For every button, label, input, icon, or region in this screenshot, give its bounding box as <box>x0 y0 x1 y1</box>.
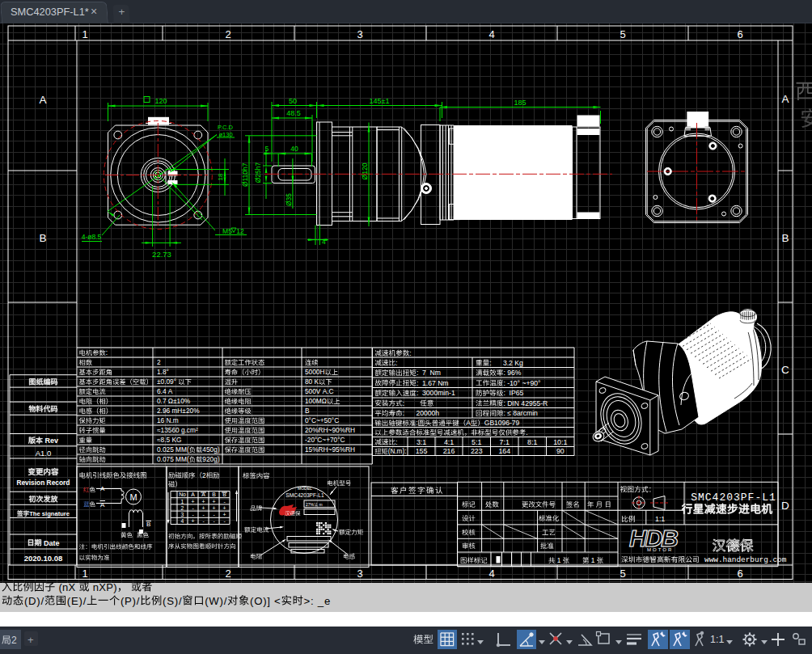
svg-text:50: 50 <box>289 97 297 105</box>
svg-text:4: 4 <box>322 238 326 246</box>
svg-text:1.8°: 1.8° <box>157 368 169 376</box>
svg-text:4: 4 <box>488 28 494 40</box>
svg-text:Revision Record: Revision Record <box>16 479 70 487</box>
svg-text:(nX: (nX <box>56 581 79 593</box>
svg-text:5: 5 <box>620 28 625 40</box>
svg-text:4-ø8.5: 4-ø8.5 <box>82 233 102 241</box>
svg-text:1:1: 1:1 <box>710 634 724 645</box>
svg-text:48.5: 48.5 <box>286 109 301 117</box>
svg-text:MODEL: MODEL <box>298 486 312 491</box>
svg-text:+: + <box>223 505 226 511</box>
svg-text:27%: 27% <box>306 502 315 507</box>
svg-text:ø130: ø130 <box>219 131 233 138</box>
svg-text:+: + <box>213 505 216 511</box>
svg-text:-: - <box>192 505 193 511</box>
svg-text:Rev: Rev <box>43 437 58 445</box>
svg-text::: : <box>409 349 411 357</box>
svg-text:B: B <box>782 232 789 244</box>
svg-text:A: A <box>40 94 47 106</box>
svg-text:5: 5 <box>265 145 269 153</box>
svg-text:2: 2 <box>181 505 184 511</box>
svg-text:-: - <box>202 512 204 517</box>
svg-text:12: 12 <box>236 227 244 235</box>
svg-text:m: m <box>318 502 323 507</box>
svg-text:-: - <box>213 518 214 524</box>
svg-text:B: B <box>40 232 47 244</box>
svg-text:-: - <box>223 518 225 524</box>
svg-text:1: 1 <box>181 499 184 504</box>
svg-text:≈13560 g.cm²: ≈13560 g.cm² <box>157 426 198 434</box>
svg-text:-20°C~+70°C: -20°C~+70°C <box>305 436 345 444</box>
svg-text:No: No <box>179 492 186 497</box>
svg-text:(D)/: (D)/ <box>24 595 44 607</box>
svg-text:(E)/: (E)/ <box>67 595 87 607</box>
svg-text:22.73: 22.73 <box>152 250 171 259</box>
svg-text:4: 4 <box>488 568 494 580</box>
svg-text:1: 1 <box>555 556 562 564</box>
svg-text:164: 164 <box>498 447 510 455</box>
svg-text:0°C~+50°C: 0°C~+50°C <box>305 416 339 424</box>
svg-text:1: 1 <box>82 568 87 580</box>
svg-text:: -10° ~+90°: : -10° ~+90° <box>503 379 540 387</box>
svg-text:0.025 MM(: 0.025 MM( <box>157 445 189 454</box>
svg-text:2: 2 <box>11 635 17 646</box>
svg-text:120: 120 <box>155 97 167 105</box>
svg-text:: DIN 42955-R: : DIN 42955-R <box>503 399 548 407</box>
svg-text:×: × <box>91 5 97 18</box>
svg-text:5:1: 5:1 <box>472 438 481 446</box>
svg-text:+: + <box>223 512 226 517</box>
svg-text:: ≤ 8arcmin: : ≤ 8arcmin <box>503 409 538 417</box>
svg-text:2: 2 <box>225 28 230 40</box>
svg-text:: 3.2 Kg: : 3.2 Kg <box>489 359 523 367</box>
svg-text:(O)] <: (O)] < <box>250 595 281 607</box>
svg-text:D: D <box>781 500 789 512</box>
svg-text:100MΩ: 100MΩ <box>305 397 327 405</box>
svg-text:10:1: 10:1 <box>553 438 567 446</box>
svg-text:GB1096-79: GB1096-79 <box>484 419 520 427</box>
svg-text:±0.09°: ±0.09° <box>157 378 178 386</box>
svg-text:6: 6 <box>737 28 742 40</box>
svg-text:B: B <box>212 492 216 497</box>
svg-text:: 1.67 Nm: : 1.67 Nm <box>417 379 449 387</box>
svg-text::: : <box>416 419 417 427</box>
svg-text:0.7 Ω±10%: 0.7 Ω±10% <box>157 397 191 405</box>
svg-text::: : <box>106 348 108 357</box>
svg-text:Ø25h7: Ø25h7 <box>254 162 262 184</box>
svg-text:Ø120: Ø120 <box>361 162 369 179</box>
svg-text:3: 3 <box>357 568 362 580</box>
svg-text:M: M <box>129 492 137 502</box>
svg-text:2: 2 <box>225 568 230 580</box>
svg-text:>: _e: >: _e <box>304 595 331 607</box>
svg-text:+: + <box>192 518 195 524</box>
svg-text:145±1: 145±1 <box>370 97 390 105</box>
svg-text:80 K: 80 K <box>305 378 319 386</box>
svg-text:SMC4203PF-L1*: SMC4203PF-L1* <box>11 6 89 18</box>
svg-text:(N.m):: (N.m): <box>388 448 407 455</box>
svg-text:: 96%: : 96% <box>503 369 521 377</box>
svg-text:+: + <box>202 499 205 504</box>
svg-text:1: 1 <box>82 28 87 40</box>
svg-text:185: 185 <box>514 99 527 107</box>
svg-text:223: 223 <box>471 447 483 455</box>
svg-text:500V A.C: 500V A.C <box>305 387 334 395</box>
svg-text:-: - <box>223 499 225 504</box>
svg-text:: 7 Nm: : 7 Nm <box>417 369 441 377</box>
svg-text:15%RH~95%RH: 15%RH~95%RH <box>305 445 355 454</box>
svg-text:+: + <box>27 634 34 646</box>
svg-text:A: A <box>191 492 195 497</box>
svg-text:450g): 450g) <box>202 445 219 454</box>
svg-text:40: 40 <box>290 145 298 153</box>
svg-text:A: A <box>782 93 789 105</box>
svg-text::: : <box>395 359 397 367</box>
svg-text:: 3000min-1: : 3000min-1 <box>417 389 455 397</box>
svg-text:4: 4 <box>181 518 184 524</box>
svg-text:155: 155 <box>416 447 428 455</box>
svg-text:≈8.5 KG: ≈8.5 KG <box>157 436 181 444</box>
svg-text:(S)/: (S)/ <box>163 595 182 607</box>
svg-text:20%RH~90%RH: 20%RH~90%RH <box>305 426 355 434</box>
svg-text:M5: M5 <box>222 227 232 235</box>
svg-text:A1.0: A1.0 <box>36 449 52 458</box>
svg-text:-: - <box>213 512 214 517</box>
svg-text::: : <box>403 399 421 407</box>
svg-text:1:1: 1:1 <box>655 515 665 523</box>
